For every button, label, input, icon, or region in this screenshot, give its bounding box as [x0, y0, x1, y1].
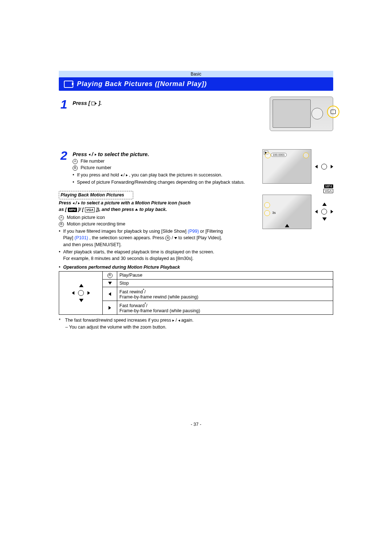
motion-icon-label: Motion picture icon — [67, 214, 105, 221]
motion-screen-preview: 3s — [262, 195, 311, 229]
txt: to play back. — [139, 207, 167, 212]
step1-heading: Press [ ]. — [73, 100, 265, 106]
stop-label: Stop — [117, 279, 333, 287]
step-2: 2 Press / to select the picture. A File … — [59, 149, 257, 186]
step-1: 1 Press [ ]. — [59, 98, 265, 110]
left-triangle-icon — [121, 174, 122, 176]
volume-note: – You can adjust the volume with the zoo… — [59, 324, 333, 331]
camera-illustration — [270, 97, 333, 131]
left-triangle-icon — [73, 202, 74, 204]
playback-button-highlight — [327, 106, 339, 118]
file-number-badge: 100-0001 — [271, 153, 287, 157]
up-triangle-icon — [135, 208, 138, 211]
vga-badge: VGA — [323, 189, 333, 193]
right-triangle-icon — [78, 202, 80, 204]
asterisk-mark: * — [59, 317, 64, 324]
step2-illustration: ▶ 100-0001 — [262, 149, 333, 184]
play-pause-label: Play/Pause — [117, 272, 333, 280]
right-arrow-icon — [331, 210, 333, 213]
section-header: Basic — [59, 71, 333, 77]
right-arrow-icon — [87, 291, 90, 295]
link-p99[interactable]: (P99) — [188, 229, 199, 234]
left-triangle-icon — [89, 154, 90, 156]
motion-time-label: Motion picture recording time — [67, 221, 125, 227]
circle-b-icon: B — [73, 166, 78, 171]
right-key-icon — [109, 306, 111, 310]
label-b-row: B Picture number — [73, 164, 257, 171]
up-indicator-icon — [285, 224, 289, 227]
txt: [ — [82, 207, 83, 212]
motion-instruction: Press / to select a picture with a Motio… — [59, 200, 197, 213]
right-triangle-icon — [95, 154, 97, 156]
asterisk: * — [143, 288, 144, 292]
screen-preview: ▶ 100-0001 — [262, 149, 311, 184]
mp4-badge: MP4 — [324, 184, 333, 188]
table-row: R Play/Pause — [59, 272, 333, 280]
frame-forward-label: Frame-by-frame forward (while pausing) — [119, 308, 200, 313]
txt: If you press and hold — [77, 172, 121, 178]
right-triangle-icon — [126, 174, 128, 176]
frame-rewind-label: Frame-by-frame rewind (while pausing) — [119, 294, 198, 300]
step2-bullet-1: • If you press and hold / , you can play… — [73, 172, 257, 178]
up-arrow-icon — [322, 203, 327, 206]
txt: ]), and then press — [96, 207, 135, 212]
playback-icon — [91, 102, 95, 105]
up-key-icon: R — [107, 273, 113, 278]
marker-b — [264, 210, 270, 216]
motion-subsection-box: Playing Back Motion Pictures — [59, 191, 133, 200]
txt: again. — [181, 318, 193, 323]
page-number: - 37 - — [0, 422, 392, 427]
left-arrow-icon — [315, 165, 318, 168]
motion-illustration: 3s — [262, 195, 333, 229]
label-a-row: A File number — [73, 158, 257, 164]
circle-r-icon: R — [165, 236, 170, 241]
link-p101[interactable]: (P101) — [74, 235, 88, 240]
page-title: Playing Back Pictures ([Normal Play]) — [77, 80, 207, 88]
txt: / — [92, 151, 93, 157]
txt: Operations performed during Motion Pictu… — [63, 264, 180, 270]
motion-label-a: A Motion picture icon — [59, 214, 257, 221]
txt: / — [123, 172, 124, 178]
fast-rewind-label: Fast rewind — [119, 289, 143, 294]
page-title-bar: Playing Back Pictures ([Normal Play]) — [59, 77, 333, 91]
picture-number-label: Picture number — [81, 164, 111, 171]
vga-badge: VGA — [85, 207, 95, 213]
down-key-icon — [108, 282, 112, 285]
txt: Press — [59, 200, 73, 205]
circle-b-icon: B — [59, 222, 64, 227]
txt: Press — [73, 151, 89, 157]
motion-bullet-1: • If you have filtered images for playba… — [59, 228, 229, 248]
txt: / — [172, 235, 173, 240]
left-triangle-icon — [178, 319, 180, 322]
motion-heading: Playing Back Motion Pictures — [61, 192, 131, 199]
fast-forward-label: Fast forward — [119, 303, 144, 308]
mp4-badge: MP4 — [68, 208, 77, 212]
footnote: * The fast forward/rewind speed increase… — [59, 317, 333, 331]
circle-a-icon: A — [59, 215, 64, 220]
left-arrow-icon — [315, 210, 318, 213]
txt: , you can play back the pictures in succ… — [129, 172, 222, 178]
dpad-left-right-icon — [315, 158, 333, 176]
play-triangle-icon — [95, 102, 97, 105]
motion-label-b: B Motion picture recording time — [59, 221, 257, 227]
txt: Speed of picture Forwarding/Rewinding ch… — [77, 179, 245, 186]
playback-icon — [64, 81, 73, 88]
step2-heading: Press / to select the picture. — [73, 151, 257, 157]
marker-a — [265, 152, 271, 158]
operations-section: • Operations performed during Motion Pic… — [59, 264, 333, 331]
txt: The fast forward/rewind speed increases … — [65, 318, 172, 323]
asterisk: * — [144, 302, 146, 306]
txt: / — [176, 318, 177, 323]
marker-b — [303, 152, 309, 158]
step2-bullet-2: • Speed of picture Forwarding/Rewinding … — [73, 179, 257, 186]
dpad-full-icon — [72, 284, 90, 302]
txt: After playback starts, the elapsed playb… — [63, 249, 214, 254]
step-number-1: 1 — [59, 98, 69, 110]
marker-a — [264, 202, 270, 208]
right-triangle-icon — [172, 319, 174, 322]
txt: ]/ — [78, 207, 81, 212]
controls-table: R Play/Pause Stop Fast rewind*/ Frame-by… — [59, 271, 333, 315]
motion-bullet-2: • After playback starts, the elapsed pla… — [59, 249, 229, 262]
up-arrow-icon — [79, 284, 83, 287]
down-arrow-icon — [79, 299, 83, 302]
